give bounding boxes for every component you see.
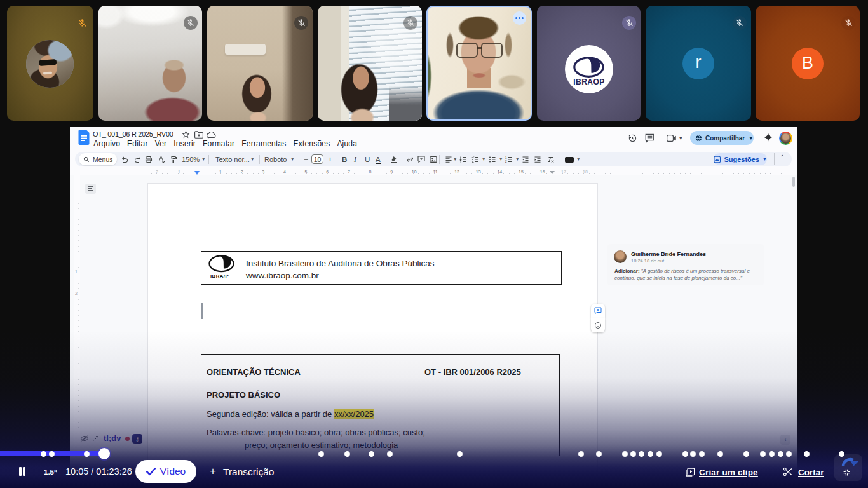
svg-text:2: 2 (505, 160, 507, 163)
svg-text:1: 1 (505, 156, 507, 159)
svg-text:IBRA/P: IBRA/P (210, 273, 229, 279)
